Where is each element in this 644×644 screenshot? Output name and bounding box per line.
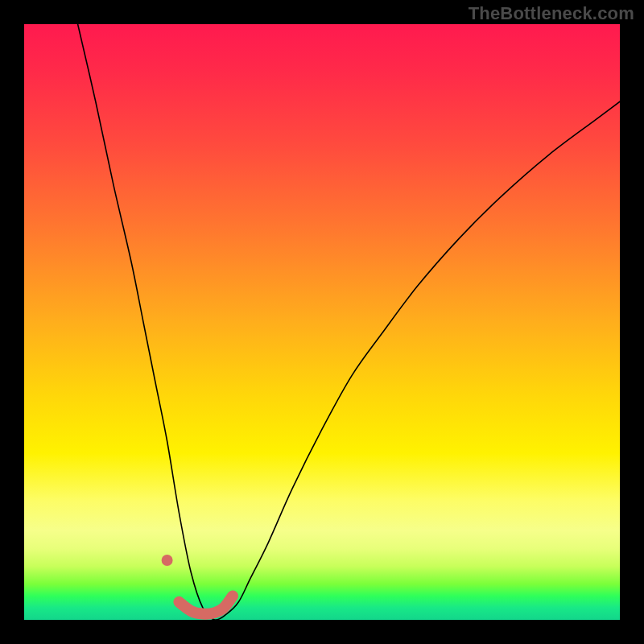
- plot-area: [24, 24, 620, 620]
- bottleneck-curve: [78, 24, 620, 620]
- chart-frame: TheBottleneck.com: [0, 0, 644, 644]
- valley-marker-segment: [179, 596, 233, 613]
- watermark-text: TheBottleneck.com: [469, 3, 634, 24]
- curve-svg: [24, 24, 620, 620]
- valley-marker-dot: [162, 555, 173, 566]
